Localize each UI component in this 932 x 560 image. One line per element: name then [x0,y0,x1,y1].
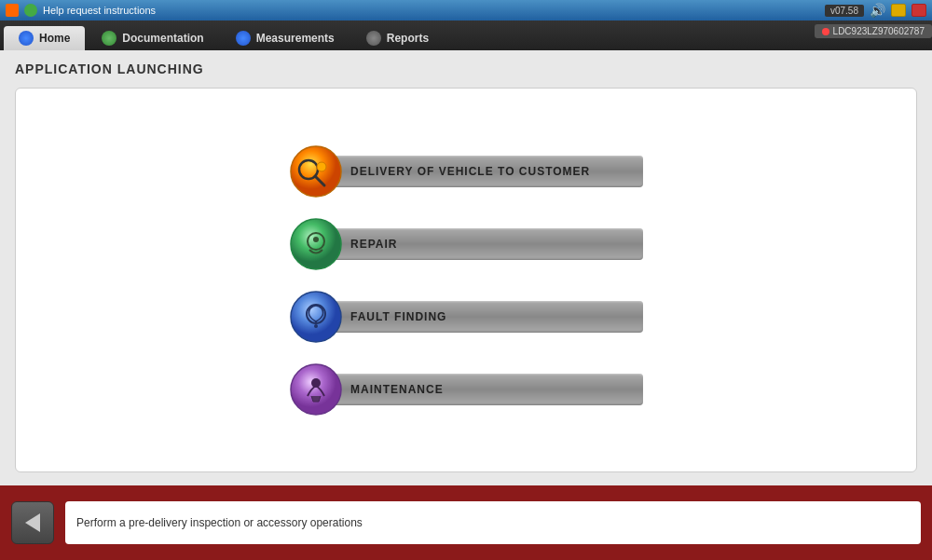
measurements-icon [236,31,251,46]
svg-point-12 [311,378,321,388]
main-area: APPLICATION LAUNCHING [0,50,932,485]
fault-finding-icon [289,290,343,344]
repair-icon [289,217,343,271]
tab-documentation[interactable]: Documentation [87,26,218,50]
nav-bar: Home Documentation Measurements Reports … [0,20,932,50]
bottom-bar: Perform a pre-delivery inspection or acc… [0,485,932,560]
title-bar-right: v07.58 🔊 [825,3,926,18]
svg-point-4 [291,219,341,269]
window-title: Help request instructions [43,5,156,16]
status-dot [822,28,829,35]
tab-reports[interactable]: Reports [351,26,444,50]
svg-point-7 [291,292,341,342]
back-arrow-icon [25,513,40,532]
maintenance-icon [289,362,343,417]
menu-item-fault-finding[interactable]: FAULT FINDING [289,290,643,344]
menu-item-repair[interactable]: REPAIR [289,217,643,271]
delivery-label: DELIVERY OF VEHICLE TO CUSTOMER [336,156,643,187]
delivery-icon [289,144,343,198]
menu-item-maintenance[interactable]: MAINTENANCE [289,362,643,417]
svg-point-9 [314,324,318,328]
title-bar: Help request instructions v07.58 🔊 [0,0,932,20]
minimize-button[interactable] [891,4,906,17]
home-icon [19,31,34,46]
menu-item-delivery[interactable]: DELIVERY OF VEHICLE TO CUSTOMER [289,144,643,198]
svg-point-11 [291,364,341,415]
info-text: Perform a pre-delivery inspection or acc… [76,516,363,529]
tab-measurements-label: Measurements [256,32,335,45]
app-icon [6,4,19,17]
documentation-icon [102,31,116,46]
volume-icon: 🔊 [870,3,885,18]
tab-measurements[interactable]: Measurements [221,26,350,50]
status-icon [24,4,37,17]
back-button[interactable] [11,501,54,544]
tab-home[interactable]: Home [4,26,85,50]
tab-reports-label: Reports [387,32,429,45]
svg-point-3 [317,162,326,171]
tab-documentation-label: Documentation [122,32,203,45]
vehicle-id: LDC923LZ970602787 [815,24,932,38]
close-button[interactable] [911,4,926,17]
version-badge: v07.58 [825,5,864,17]
title-bar-left: Help request instructions [6,4,156,17]
vehicle-id-text: LDC923LZ970602787 [833,26,925,36]
content-box: DELIVERY OF VEHICLE TO CUSTOMER [15,88,917,472]
page-title: APPLICATION LAUNCHING [15,61,917,76]
fault-finding-label: FAULT FINDING [336,301,643,333]
reports-icon [366,31,381,46]
svg-point-6 [313,237,319,242]
maintenance-label: MAINTENANCE [336,374,643,405]
tab-home-label: Home [39,32,70,45]
info-box: Perform a pre-delivery inspection or acc… [65,501,921,544]
repair-label: REPAIR [336,228,643,260]
